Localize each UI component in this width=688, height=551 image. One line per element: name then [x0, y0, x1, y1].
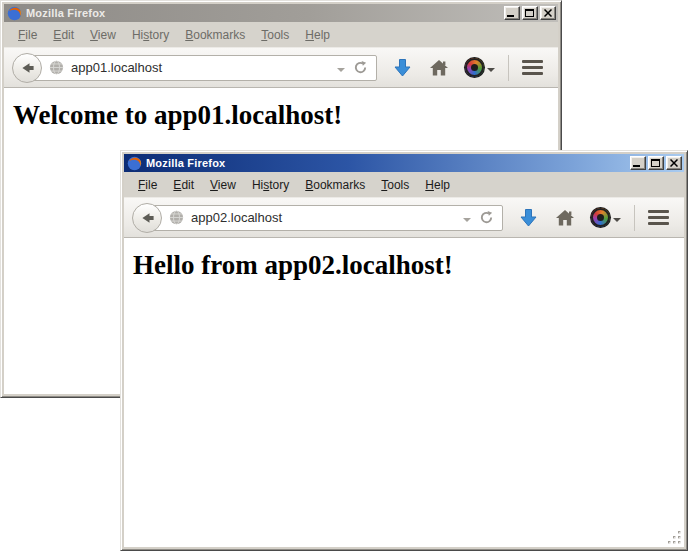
download-icon[interactable] — [520, 209, 537, 227]
close-icon — [670, 159, 678, 167]
menu-item-history[interactable]: History — [124, 25, 177, 45]
urlbar-dropdown-icon[interactable] — [463, 218, 471, 226]
minimize-icon — [633, 165, 640, 167]
menu-item-bookmarks[interactable]: Bookmarks — [177, 25, 253, 45]
back-arrow-icon — [139, 210, 155, 226]
minimize-icon — [507, 15, 514, 17]
menu-item-help[interactable]: Help — [417, 175, 458, 195]
url-input[interactable]: app01.localhost — [29, 55, 377, 81]
browser-window-app02[interactable]: Mozilla Firefox File Edit View History B… — [120, 150, 688, 551]
maximize-button[interactable] — [522, 6, 538, 20]
maximize-icon — [525, 9, 534, 17]
close-button[interactable] — [666, 156, 682, 170]
download-icon[interactable] — [394, 59, 411, 77]
window-title: Mozilla Firefox — [146, 157, 225, 169]
navigation-toolbar: app02.localhost — [124, 197, 684, 238]
menu-item-edit[interactable]: Edit — [45, 25, 82, 45]
resize-grip[interactable] — [668, 531, 681, 544]
hamburger-bar — [648, 216, 669, 219]
window-controls — [630, 156, 682, 170]
menu-item-file[interactable]: File — [130, 175, 165, 195]
menu-bar: File Edit View History Bookmarks Tools H… — [4, 22, 558, 47]
menu-item-file[interactable]: File — [10, 25, 45, 45]
globe-icon[interactable] — [169, 210, 184, 225]
menu-item-help[interactable]: Help — [297, 25, 338, 45]
hamburger-bar — [648, 222, 669, 225]
menu-item-bookmarks[interactable]: Bookmarks — [297, 175, 373, 195]
page-content-app02: Hello from app02.localhost! — [124, 238, 684, 547]
menu-item-tools[interactable]: Tools — [373, 175, 417, 195]
hamburger-bar — [522, 72, 543, 75]
firefox-icon — [7, 6, 22, 21]
maximize-icon — [651, 159, 660, 167]
addon-button[interactable] — [591, 208, 621, 227]
home-icon[interactable] — [430, 60, 448, 76]
close-button[interactable] — [540, 6, 556, 20]
reload-icon[interactable] — [353, 60, 368, 75]
menu-item-edit[interactable]: Edit — [165, 175, 202, 195]
minimize-button[interactable] — [504, 6, 520, 20]
close-icon — [544, 9, 552, 17]
page-heading: Welcome to app01.localhost! — [13, 100, 558, 131]
window-controls — [504, 6, 556, 20]
addon-color-wheel-icon — [591, 208, 610, 227]
menu-item-history[interactable]: History — [244, 175, 297, 195]
hamburger-bar — [522, 66, 543, 69]
back-button[interactable] — [12, 53, 42, 83]
menu-item-view[interactable]: View — [202, 175, 244, 195]
addon-dropdown-icon — [487, 68, 495, 76]
url-input[interactable]: app02.localhost — [149, 205, 503, 231]
maximize-button[interactable] — [648, 156, 664, 170]
toolbar-separator — [634, 205, 635, 231]
addon-color-wheel-icon — [465, 58, 484, 77]
window-title: Mozilla Firefox — [26, 7, 105, 19]
menu-bar: File Edit View History Bookmarks Tools H… — [124, 172, 684, 197]
globe-icon[interactable] — [49, 60, 64, 75]
reload-icon[interactable] — [479, 210, 494, 225]
menu-item-view[interactable]: View — [82, 25, 124, 45]
toolbar-separator — [508, 55, 509, 81]
addon-button[interactable] — [465, 58, 495, 77]
title-bar[interactable]: Mozilla Firefox — [124, 154, 684, 172]
firefox-icon — [127, 156, 142, 171]
urlbar-dropdown-icon[interactable] — [337, 68, 345, 76]
menu-hamburger-button[interactable] — [648, 210, 669, 225]
back-arrow-icon — [19, 60, 35, 76]
page-heading: Hello from app02.localhost! — [133, 250, 684, 281]
home-icon[interactable] — [556, 210, 574, 226]
back-button[interactable] — [132, 203, 162, 233]
hamburger-bar — [648, 210, 669, 213]
navigation-toolbar: app01.localhost — [4, 47, 558, 88]
menu-hamburger-button[interactable] — [522, 60, 543, 75]
url-text: app01.localhost — [71, 60, 162, 75]
title-bar[interactable]: Mozilla Firefox — [4, 4, 558, 22]
addon-dropdown-icon — [613, 218, 621, 226]
url-text: app02.localhost — [191, 210, 282, 225]
menu-item-tools[interactable]: Tools — [253, 25, 297, 45]
minimize-button[interactable] — [630, 156, 646, 170]
hamburger-bar — [522, 60, 543, 63]
